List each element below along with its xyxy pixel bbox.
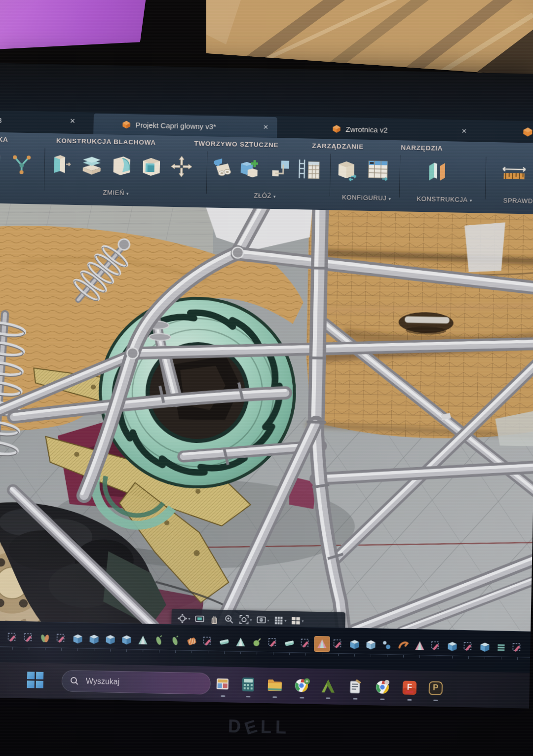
sketch-edit-icon[interactable] — [266, 636, 281, 651]
windows-start-icon[interactable] — [27, 672, 44, 689]
group-label-zloz[interactable]: ZŁÓŻ▾ — [254, 192, 276, 199]
extrude-icon[interactable] — [119, 633, 134, 648]
revolve-pink-icon[interactable] — [412, 638, 427, 654]
orbit-icon[interactable]: ▾ — [175, 612, 192, 625]
ribbon-tab-tworzywo-sztuczne[interactable]: TWORZYWO SZTUCZNE — [194, 140, 278, 149]
extrude-icon[interactable] — [70, 632, 85, 647]
sketch-edit-icon[interactable] — [298, 636, 313, 651]
widgets-app-icon[interactable] — [214, 675, 232, 693]
revolve-icon[interactable] — [135, 633, 151, 648]
notes-app-icon[interactable] — [346, 677, 364, 696]
strip-tick — [94, 649, 94, 651]
strip-tick — [175, 650, 176, 653]
pattern-steps-icon[interactable] — [267, 154, 293, 184]
extrude-icon[interactable] — [103, 632, 118, 647]
move-face-icon[interactable] — [168, 152, 194, 182]
ribbon-partial-icon[interactable] — [0, 148, 2, 178]
sweep-arc-icon[interactable] — [396, 638, 411, 653]
sketch-edit-icon[interactable] — [461, 639, 476, 655]
strip-partial-icon[interactable] — [0, 630, 4, 645]
measure-icon[interactable] — [499, 158, 529, 188]
chrome-icon[interactable] — [373, 678, 391, 696]
sketch-edit-icon[interactable] — [5, 630, 20, 645]
display-style-icon[interactable]: ▾ — [254, 613, 271, 627]
sweep-icon[interactable] — [184, 634, 199, 649]
configure-part-icon[interactable] — [333, 155, 361, 185]
sketch-edit-icon[interactable] — [510, 640, 525, 656]
point-icon[interactable] — [249, 635, 265, 650]
monitor-screen: v3 × Projekt Capri glowny v3* × Zwrotnic… — [0, 63, 533, 709]
design-table-icon[interactable] — [364, 156, 392, 186]
sketch-points-icon[interactable] — [380, 638, 395, 653]
chevron-down-icon: ▾ — [273, 194, 276, 199]
tab-partial-right-cube-icon[interactable] — [523, 127, 533, 137]
tab-zwrotnica[interactable]: Zwrotnica v2 × — [312, 118, 476, 142]
extrude-icon[interactable] — [477, 640, 493, 655]
zoom-in-icon[interactable] — [222, 613, 236, 626]
hollow-cube-icon[interactable] — [138, 151, 164, 181]
ribbon-separator — [399, 155, 401, 198]
strip-tick — [126, 649, 127, 652]
group-label-sprawdz[interactable]: SPRAWDZA — [503, 197, 533, 205]
extrude-light-icon[interactable] — [363, 637, 379, 653]
pan-hand-icon[interactable] — [207, 613, 222, 626]
weldment-panels-icon[interactable] — [423, 157, 451, 187]
fillet-corner-icon[interactable] — [108, 150, 134, 180]
sketch-edit-icon[interactable] — [428, 639, 444, 654]
extrude-icon[interactable] — [347, 637, 362, 652]
surface-icon[interactable] — [168, 634, 183, 649]
extrude-slab-icon[interactable] — [48, 149, 74, 179]
grid-view-icon[interactable]: ▾ — [271, 614, 288, 627]
strip-tick — [159, 650, 159, 653]
chevron-down-icon: ▾ — [388, 197, 391, 201]
taskbar-search[interactable] — [61, 670, 211, 695]
pattern-lines-icon[interactable] — [494, 640, 509, 655]
surface-pair-icon[interactable] — [38, 631, 53, 646]
bom-table-icon[interactable] — [295, 154, 323, 184]
ribbon-tab-narzedzia[interactable]: NARZĘDZIA — [401, 144, 443, 152]
chrome-badged-icon[interactable] — [293, 676, 311, 695]
group-label-zmien[interactable]: ZMIEŃ▾ — [103, 189, 129, 197]
group-label-text: ZMIEŃ — [103, 189, 124, 197]
sketch-edit-icon[interactable] — [200, 634, 216, 649]
boss-icon[interactable] — [282, 636, 297, 651]
sketch-edit-icon[interactable] — [331, 637, 346, 652]
running-indicator — [221, 695, 225, 697]
extrude-icon[interactable] — [86, 632, 102, 647]
mesh-branch-icon[interactable] — [8, 148, 35, 178]
ribbon-tab-siatka[interactable]: ATKA — [0, 135, 8, 143]
surface-icon[interactable] — [152, 633, 167, 648]
running-indicator — [272, 696, 277, 698]
close-icon[interactable]: × — [70, 116, 75, 126]
boss-icon[interactable] — [217, 635, 232, 650]
cad-3d-viewport[interactable]: .tb{fill:none;stroke-linecap:round} .t1{… — [0, 203, 533, 632]
fusion-app-icon[interactable]: F — [400, 678, 419, 697]
group-label-konstrukcja[interactable]: KONSTRUKCJA▾ — [417, 195, 472, 203]
search-input[interactable] — [85, 676, 184, 688]
add-part-icon[interactable] — [236, 153, 263, 183]
autodesk-app-icon[interactable] — [319, 677, 337, 695]
shell-layers-icon[interactable] — [78, 150, 105, 180]
viewport-panes-icon[interactable]: ▾ — [289, 614, 305, 628]
insert-component-icon[interactable] — [210, 152, 236, 182]
tab-projekt-capri[interactable]: Projekt Capri glowny v3* × — [93, 114, 277, 138]
view-camera-icon[interactable] — [192, 612, 207, 626]
zoom-fit-icon[interactable]: ▾ — [237, 613, 254, 627]
close-icon[interactable]: × — [261, 122, 270, 132]
ribbon-tab-zarzadzanie[interactable]: ZARZĄDZANIE — [312, 142, 364, 151]
active-feature-icon[interactable] — [314, 637, 330, 652]
parsec-app-icon[interactable]: P — [426, 679, 445, 697]
calculator-app-icon[interactable] — [239, 676, 257, 694]
chevron-down-icon: ▾ — [126, 191, 129, 196]
sketch-edit-icon[interactable] — [54, 631, 69, 646]
ribbon-tab-konstrukcja-blachowa[interactable]: KONSTRUKCJA BLACHOWA — [56, 137, 156, 146]
extrude-icon[interactable] — [445, 639, 460, 654]
file-explorer-icon[interactable] — [266, 676, 284, 694]
chevron-down-icon: ▾ — [302, 619, 304, 623]
tab-partial[interactable]: v3 — [0, 116, 2, 124]
close-icon[interactable]: × — [459, 126, 468, 136]
sketch-edit-icon[interactable] — [21, 631, 37, 646]
revolve-icon[interactable] — [233, 635, 248, 650]
group-label-konfiguruj[interactable]: KONFIGURUJ▾ — [342, 194, 391, 202]
monitor-brand-logo: DELL — [228, 716, 317, 739]
